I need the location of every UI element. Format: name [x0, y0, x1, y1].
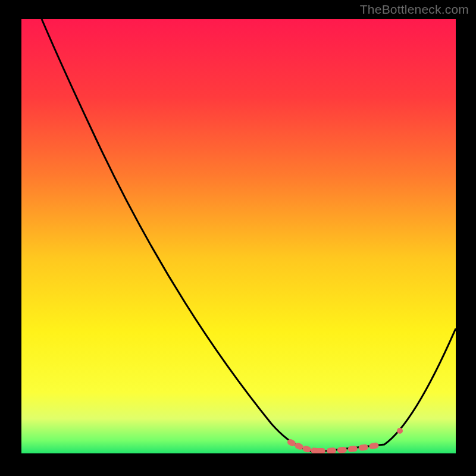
chart-container: TheBottleneck.com — [0, 0, 476, 476]
recommended-range-right-dot — [397, 428, 403, 434]
curve-layer — [21, 19, 456, 453]
plot-area — [21, 19, 456, 453]
recommended-range-bottom — [319, 445, 378, 451]
watermark-text: TheBottleneck.com — [360, 2, 469, 17]
recommended-range-left — [290, 442, 319, 451]
bottleneck-curve-main — [42, 19, 456, 452]
